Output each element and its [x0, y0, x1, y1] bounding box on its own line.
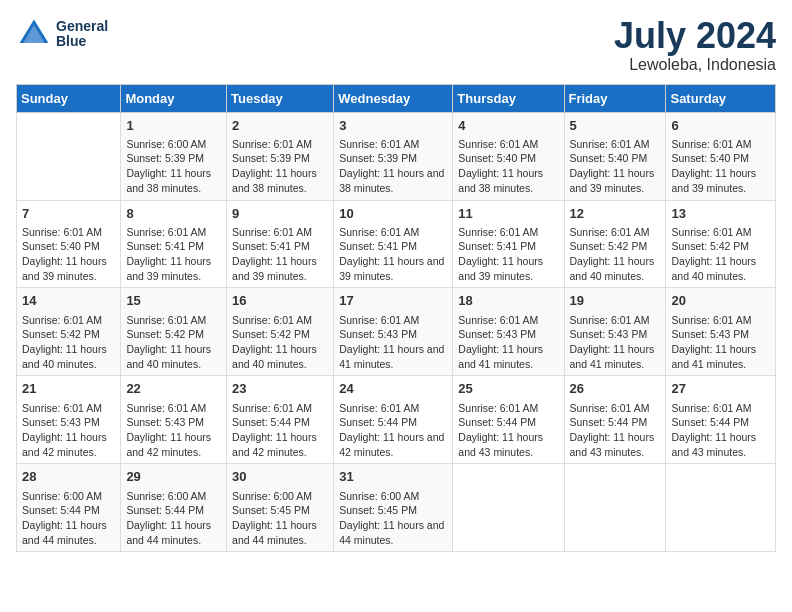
calendar-cell: [453, 464, 564, 552]
day-detail: Sunrise: 6:01 AMSunset: 5:40 PMDaylight:…: [570, 137, 661, 196]
day-number: 30: [232, 468, 328, 486]
day-number: 17: [339, 292, 447, 310]
header-tuesday: Tuesday: [227, 84, 334, 112]
day-number: 1: [126, 117, 221, 135]
day-detail: Sunrise: 6:00 AMSunset: 5:39 PMDaylight:…: [126, 137, 221, 196]
day-detail: Sunrise: 6:01 AMSunset: 5:41 PMDaylight:…: [339, 225, 447, 284]
day-detail: Sunrise: 6:01 AMSunset: 5:41 PMDaylight:…: [232, 225, 328, 284]
calendar-cell: 27Sunrise: 6:01 AMSunset: 5:44 PMDayligh…: [666, 376, 776, 464]
day-detail: Sunrise: 6:01 AMSunset: 5:43 PMDaylight:…: [570, 313, 661, 372]
day-detail: Sunrise: 6:01 AMSunset: 5:40 PMDaylight:…: [22, 225, 115, 284]
logo-line2: Blue: [56, 34, 108, 49]
day-detail: Sunrise: 6:01 AMSunset: 5:43 PMDaylight:…: [339, 313, 447, 372]
calendar-cell: 13Sunrise: 6:01 AMSunset: 5:42 PMDayligh…: [666, 200, 776, 288]
day-number: 21: [22, 380, 115, 398]
calendar-cell: 10Sunrise: 6:01 AMSunset: 5:41 PMDayligh…: [334, 200, 453, 288]
day-detail: Sunrise: 6:01 AMSunset: 5:42 PMDaylight:…: [671, 225, 770, 284]
header-wednesday: Wednesday: [334, 84, 453, 112]
calendar-cell: 11Sunrise: 6:01 AMSunset: 5:41 PMDayligh…: [453, 200, 564, 288]
calendar-cell: 16Sunrise: 6:01 AMSunset: 5:42 PMDayligh…: [227, 288, 334, 376]
main-title: July 2024: [614, 16, 776, 56]
day-number: 4: [458, 117, 558, 135]
header-sunday: Sunday: [17, 84, 121, 112]
calendar-cell: 2Sunrise: 6:01 AMSunset: 5:39 PMDaylight…: [227, 112, 334, 200]
calendar-cell: 9Sunrise: 6:01 AMSunset: 5:41 PMDaylight…: [227, 200, 334, 288]
calendar-cell: 20Sunrise: 6:01 AMSunset: 5:43 PMDayligh…: [666, 288, 776, 376]
day-detail: Sunrise: 6:01 AMSunset: 5:41 PMDaylight:…: [458, 225, 558, 284]
header-monday: Monday: [121, 84, 227, 112]
calendar-cell: 14Sunrise: 6:01 AMSunset: 5:42 PMDayligh…: [17, 288, 121, 376]
calendar-cell: 17Sunrise: 6:01 AMSunset: 5:43 PMDayligh…: [334, 288, 453, 376]
calendar-week-row: 28Sunrise: 6:00 AMSunset: 5:44 PMDayligh…: [17, 464, 776, 552]
day-number: 11: [458, 205, 558, 223]
day-number: 5: [570, 117, 661, 135]
day-number: 9: [232, 205, 328, 223]
calendar-cell: 25Sunrise: 6:01 AMSunset: 5:44 PMDayligh…: [453, 376, 564, 464]
day-detail: Sunrise: 6:00 AMSunset: 5:44 PMDaylight:…: [126, 489, 221, 548]
header-saturday: Saturday: [666, 84, 776, 112]
day-detail: Sunrise: 6:01 AMSunset: 5:39 PMDaylight:…: [232, 137, 328, 196]
calendar-table: SundayMondayTuesdayWednesdayThursdayFrid…: [16, 84, 776, 553]
day-number: 8: [126, 205, 221, 223]
day-detail: Sunrise: 6:01 AMSunset: 5:43 PMDaylight:…: [671, 313, 770, 372]
day-detail: Sunrise: 6:01 AMSunset: 5:39 PMDaylight:…: [339, 137, 447, 196]
day-number: 22: [126, 380, 221, 398]
day-detail: Sunrise: 6:00 AMSunset: 5:45 PMDaylight:…: [232, 489, 328, 548]
day-number: 16: [232, 292, 328, 310]
day-number: 2: [232, 117, 328, 135]
day-number: 18: [458, 292, 558, 310]
day-detail: Sunrise: 6:00 AMSunset: 5:45 PMDaylight:…: [339, 489, 447, 548]
header-friday: Friday: [564, 84, 666, 112]
day-number: 15: [126, 292, 221, 310]
day-detail: Sunrise: 6:01 AMSunset: 5:41 PMDaylight:…: [126, 225, 221, 284]
calendar-cell: 5Sunrise: 6:01 AMSunset: 5:40 PMDaylight…: [564, 112, 666, 200]
day-number: 7: [22, 205, 115, 223]
day-detail: Sunrise: 6:01 AMSunset: 5:40 PMDaylight:…: [458, 137, 558, 196]
day-number: 19: [570, 292, 661, 310]
calendar-week-row: 7Sunrise: 6:01 AMSunset: 5:40 PMDaylight…: [17, 200, 776, 288]
header-thursday: Thursday: [453, 84, 564, 112]
calendar-cell: 30Sunrise: 6:00 AMSunset: 5:45 PMDayligh…: [227, 464, 334, 552]
day-number: 12: [570, 205, 661, 223]
calendar-cell: 23Sunrise: 6:01 AMSunset: 5:44 PMDayligh…: [227, 376, 334, 464]
day-detail: Sunrise: 6:01 AMSunset: 5:42 PMDaylight:…: [22, 313, 115, 372]
calendar-cell: 6Sunrise: 6:01 AMSunset: 5:40 PMDaylight…: [666, 112, 776, 200]
day-number: 10: [339, 205, 447, 223]
day-detail: Sunrise: 6:01 AMSunset: 5:43 PMDaylight:…: [458, 313, 558, 372]
day-number: 29: [126, 468, 221, 486]
day-detail: Sunrise: 6:01 AMSunset: 5:42 PMDaylight:…: [126, 313, 221, 372]
logo-icon: [16, 16, 52, 52]
day-detail: Sunrise: 6:01 AMSunset: 5:43 PMDaylight:…: [22, 401, 115, 460]
calendar-cell: 24Sunrise: 6:01 AMSunset: 5:44 PMDayligh…: [334, 376, 453, 464]
calendar-cell: 4Sunrise: 6:01 AMSunset: 5:40 PMDaylight…: [453, 112, 564, 200]
day-detail: Sunrise: 6:01 AMSunset: 5:42 PMDaylight:…: [570, 225, 661, 284]
calendar-cell: 22Sunrise: 6:01 AMSunset: 5:43 PMDayligh…: [121, 376, 227, 464]
day-detail: Sunrise: 6:01 AMSunset: 5:44 PMDaylight:…: [339, 401, 447, 460]
header: General Blue July 2024 Lewoleba, Indones…: [16, 16, 776, 74]
logo: General Blue: [16, 16, 108, 52]
day-number: 14: [22, 292, 115, 310]
day-detail: Sunrise: 6:01 AMSunset: 5:44 PMDaylight:…: [671, 401, 770, 460]
calendar-cell: 1Sunrise: 6:00 AMSunset: 5:39 PMDaylight…: [121, 112, 227, 200]
calendar-cell: 26Sunrise: 6:01 AMSunset: 5:44 PMDayligh…: [564, 376, 666, 464]
day-detail: Sunrise: 6:01 AMSunset: 5:40 PMDaylight:…: [671, 137, 770, 196]
calendar-cell: 19Sunrise: 6:01 AMSunset: 5:43 PMDayligh…: [564, 288, 666, 376]
day-number: 25: [458, 380, 558, 398]
title-area: July 2024 Lewoleba, Indonesia: [614, 16, 776, 74]
day-number: 13: [671, 205, 770, 223]
calendar-cell: [17, 112, 121, 200]
day-number: 20: [671, 292, 770, 310]
calendar-cell: [666, 464, 776, 552]
calendar-week-row: 1Sunrise: 6:00 AMSunset: 5:39 PMDaylight…: [17, 112, 776, 200]
calendar-cell: 31Sunrise: 6:00 AMSunset: 5:45 PMDayligh…: [334, 464, 453, 552]
day-number: 24: [339, 380, 447, 398]
day-detail: Sunrise: 6:01 AMSunset: 5:44 PMDaylight:…: [458, 401, 558, 460]
logo-line1: General: [56, 19, 108, 34]
calendar-cell: 8Sunrise: 6:01 AMSunset: 5:41 PMDaylight…: [121, 200, 227, 288]
calendar-week-row: 14Sunrise: 6:01 AMSunset: 5:42 PMDayligh…: [17, 288, 776, 376]
calendar-cell: 3Sunrise: 6:01 AMSunset: 5:39 PMDaylight…: [334, 112, 453, 200]
day-detail: Sunrise: 6:01 AMSunset: 5:44 PMDaylight:…: [570, 401, 661, 460]
day-number: 27: [671, 380, 770, 398]
day-number: 28: [22, 468, 115, 486]
subtitle: Lewoleba, Indonesia: [614, 56, 776, 74]
